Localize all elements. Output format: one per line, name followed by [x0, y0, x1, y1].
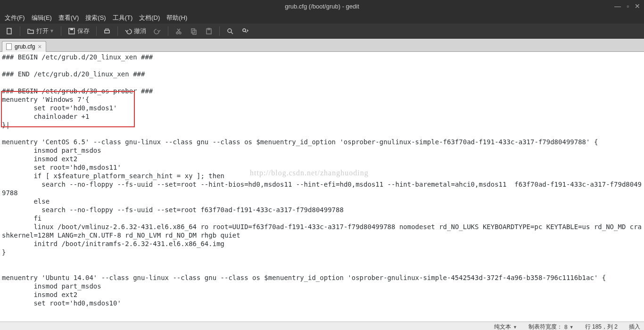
dropdown-arrow-icon: ▼ — [570, 325, 574, 330]
tabwidth-value: 8 — [564, 324, 568, 330]
search-replace-icon — [241, 27, 249, 35]
cut-icon — [175, 27, 182, 35]
open-button[interactable]: 打开 ▼ — [24, 25, 57, 37]
window-controls: — ▫ ✕ — [614, 2, 640, 10]
toolbar-separator — [219, 26, 220, 36]
syntax-selector[interactable]: 纯文本 ▼ — [494, 323, 517, 330]
window-title: grub.cfg (/boot/grub) - gedit — [285, 3, 359, 10]
cursor-position: 行 185，列 2 — [585, 323, 618, 330]
statusbar: 纯文本 ▼ 制表符宽度： 8 ▼ 行 185，列 2 插入 — [0, 322, 644, 330]
svg-point-11 — [228, 29, 231, 33]
tabbar: grub.cfg × — [0, 39, 644, 52]
find-button[interactable] — [223, 26, 237, 36]
undo-icon — [124, 27, 132, 35]
redo-icon — [154, 27, 161, 35]
toolbar-separator — [61, 26, 61, 36]
menu-search[interactable]: 搜索(S) — [83, 13, 107, 23]
menu-documents[interactable]: 文档(D) — [137, 13, 162, 23]
editor-area[interactable]: ### BEGIN /etc/grub.d/20_linux_xen ### #… — [0, 52, 644, 322]
menu-view[interactable]: 查看(V) — [57, 13, 81, 23]
folder-open-icon — [27, 27, 34, 35]
paste-button[interactable] — [202, 26, 215, 36]
menubar: 文件(F) 编辑(E) 查看(V) 搜索(S) 工具(T) 文档(D) 帮助(H… — [0, 12, 644, 24]
menu-help[interactable]: 帮助(H) — [165, 13, 189, 23]
copy-button[interactable] — [187, 26, 200, 36]
mode-text: 插入 — [629, 323, 640, 330]
svg-point-5 — [176, 32, 178, 34]
print-button[interactable] — [100, 26, 114, 36]
open-label: 打开 — [36, 27, 49, 35]
menu-file[interactable]: 文件(F) — [3, 13, 27, 23]
save-label: 保存 — [77, 27, 90, 35]
syntax-label: 纯文本 — [494, 323, 511, 330]
svg-rect-4 — [106, 29, 108, 30]
toolbar-separator — [168, 26, 168, 36]
toolbar: 打开 ▼ 保存 撤消 — [0, 24, 644, 39]
tabwidth-selector[interactable]: 制表符宽度： 8 ▼ — [528, 323, 574, 330]
save-icon — [68, 27, 75, 35]
svg-point-6 — [179, 32, 181, 34]
maximize-icon[interactable]: ▫ — [627, 2, 629, 10]
print-icon — [103, 27, 111, 35]
tabwidth-label: 制表符宽度： — [528, 323, 562, 330]
svg-rect-3 — [105, 30, 109, 33]
titlebar: grub.cfg (/boot/grub) - gedit — ▫ ✕ — [0, 0, 644, 12]
file-icon — [6, 43, 12, 50]
undo-label: 撤消 — [134, 27, 146, 35]
new-file-icon — [6, 27, 13, 35]
svg-rect-2 — [70, 28, 73, 30]
menu-tools[interactable]: 工具(T) — [111, 13, 135, 23]
insert-mode: 插入 — [629, 323, 640, 330]
close-icon[interactable]: ✕ — [635, 2, 640, 10]
toolbar-separator — [96, 26, 97, 36]
tab-close-icon[interactable]: × — [38, 43, 41, 50]
save-button[interactable]: 保存 — [65, 25, 92, 37]
dropdown-arrow-icon: ▼ — [50, 28, 54, 33]
undo-button[interactable]: 撤消 — [122, 25, 149, 37]
search-icon — [226, 27, 234, 35]
toolbar-separator — [117, 26, 118, 36]
minimize-icon[interactable]: — — [614, 2, 621, 10]
new-button[interactable] — [3, 26, 16, 36]
paste-icon — [205, 27, 213, 35]
tab-label: grub.cfg — [15, 43, 35, 50]
toolbar-separator — [20, 26, 20, 36]
position-text: 行 185，列 2 — [585, 323, 618, 330]
copy-icon — [190, 27, 198, 35]
cut-button[interactable] — [172, 26, 185, 36]
tab-grub-cfg[interactable]: grub.cfg × — [2, 41, 46, 52]
menu-edit[interactable]: 编辑(E) — [30, 13, 54, 23]
dropdown-arrow-icon: ▼ — [513, 325, 517, 330]
find-replace-button[interactable] — [239, 26, 252, 36]
redo-button[interactable] — [151, 26, 164, 36]
editor-content[interactable]: ### BEGIN /etc/grub.d/20_linux_xen ### #… — [0, 52, 644, 308]
